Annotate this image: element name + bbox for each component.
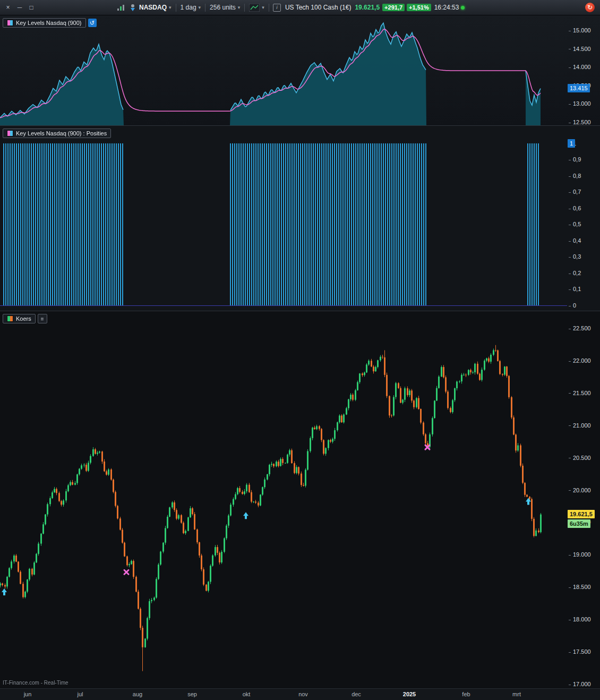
window-controls: × ─ □ [3, 4, 36, 11]
panel-koers: 22.50022.00021.50021.00020.50020.00019.5… [0, 311, 600, 688]
panel-key-levels: 15.00014.50014.00013.50013.00012.500 Key… [0, 15, 600, 126]
timeframe-label: 1 dag [181, 4, 196, 11]
x-axis-label: sep [187, 691, 197, 697]
koers-title: Koers [16, 315, 31, 322]
axis-tick-label: 0,5 [569, 221, 581, 227]
koers-y-axis: 22.50022.00021.50021.00020.50020.00019.5… [567, 311, 600, 688]
axis-tick-label: 21.500 [569, 390, 591, 396]
axis-tick-label: 22.500 [569, 325, 591, 331]
posities-chart[interactable] [0, 126, 567, 311]
axis-tick-label: 15.000 [569, 27, 591, 33]
toolbar-divider [244, 4, 245, 12]
axis-tick-label: 18.000 [569, 616, 591, 622]
main-toolbar: × ─ □ NASDAQ ▾ 1 dag ▾ 256 units ▾ [0, 0, 600, 15]
axis-tick-label: 13.000 [569, 100, 591, 107]
axis-tick-label: 21.000 [569, 422, 591, 429]
x-axis-label: feb [462, 691, 470, 697]
chevron-down-icon: ▾ [238, 5, 241, 10]
x-axis-label: jun [24, 691, 32, 697]
watermark: IT-Finance.com - Real-Time [3, 680, 68, 686]
axis-tick-label: 20.000 [569, 487, 591, 493]
key-levels-header-tab[interactable]: Key Levels Nasdaq (900) [3, 18, 86, 28]
axis-tick-label: 14.500 [569, 46, 591, 52]
toolbar-divider [269, 4, 269, 12]
chevron-down-icon: ▾ [262, 5, 264, 10]
candle-colors-icon [7, 315, 13, 322]
x-axis-label: dec [352, 691, 361, 697]
key-levels-last-value-badge: 13.415 [568, 84, 590, 92]
instrument-name: US Tech 100 Cash (1€) [285, 4, 352, 11]
posities-title: Key Levels Nasdaq (900) : Posities [16, 130, 107, 136]
posities-last-value-badge: 1 [568, 139, 575, 148]
axis-tick-label: 0,7 [569, 189, 581, 195]
units-label: 256 units [210, 4, 236, 11]
koers-candlestick-chart[interactable] [0, 311, 567, 688]
clock: 16:24:53 [434, 4, 459, 11]
instrument-link-icon[interactable] [129, 4, 136, 12]
indicator-colors-icon [7, 20, 13, 26]
key-levels-y-axis: 15.00014.50014.00013.50013.00012.500 [567, 15, 600, 125]
x-axis-label: jul [77, 691, 83, 697]
posities-header-tab[interactable]: Key Levels Nasdaq (900) : Posities [3, 129, 111, 138]
change-percent-badge: +1,51% [407, 4, 431, 11]
chevron-down-icon: ▾ [199, 5, 201, 10]
posities-y-axis: 10,90,80,70,60,50,40,30,20,10 [567, 126, 600, 311]
axis-tick-label: 20.500 [569, 455, 591, 461]
chart-style-selector[interactable]: ▾ [246, 3, 267, 13]
close-icon[interactable]: × [3, 4, 13, 11]
axis-tick-label: 0,3 [569, 253, 581, 260]
axis-tick-label: 12.500 [569, 119, 591, 125]
axis-tick-label: 19.000 [569, 551, 591, 558]
candle-countdown-badge: 6u35m [568, 519, 590, 528]
koers-header-tab[interactable]: Koers [3, 314, 36, 323]
axis-tick-label: 0,8 [569, 173, 581, 179]
axis-tick-label: 0,1 [569, 286, 581, 292]
last-price: 19.621,5 [355, 4, 380, 11]
units-selector[interactable]: 256 units ▾ [207, 3, 243, 12]
chevron-down-icon: ▾ [169, 5, 172, 10]
alert-refresh-icon[interactable]: ↻ [585, 3, 595, 12]
panel-posities: 10,90,80,70,60,50,40,30,20,10 Key Levels… [0, 126, 600, 311]
symbol-selector[interactable]: NASDAQ ▾ [136, 3, 174, 12]
connection-status-icon [461, 6, 465, 10]
koers-last-price-badge: 19.621,5 [568, 510, 595, 518]
x-axis-label: aug [133, 691, 142, 697]
symbol-label: NASDAQ [139, 4, 167, 11]
trading-platform-window: × ─ □ NASDAQ ▾ 1 dag ▾ 256 units ▾ [0, 0, 600, 700]
axis-tick-label: 0,6 [569, 205, 581, 211]
timeframe-selector[interactable]: 1 dag ▾ [178, 3, 204, 12]
undo-zoom-button[interactable]: ↺ [88, 19, 97, 27]
toolbar-icon-group [117, 4, 136, 12]
key-levels-chart[interactable] [0, 15, 567, 125]
axis-tick-label: 14.000 [569, 64, 591, 70]
toolbar-divider [176, 4, 176, 12]
axis-tick-label: 0,2 [569, 270, 581, 276]
axis-tick-label: 0,4 [569, 237, 581, 244]
axis-tick-label: 0,9 [569, 156, 581, 163]
toolbar-divider [205, 4, 205, 12]
x-axis-label: mrt [512, 691, 521, 697]
koers-menu-button[interactable]: ≡ [38, 314, 47, 323]
change-absolute-badge: +291,7 [382, 4, 405, 11]
axis-tick-label: 18.500 [569, 584, 591, 590]
axis-tick-label: 17.000 [569, 681, 591, 687]
info-icon[interactable]: i [273, 4, 281, 12]
maximize-icon[interactable]: □ [27, 4, 36, 11]
axis-tick-label: 17.500 [569, 648, 591, 655]
minimize-icon[interactable]: ─ [15, 4, 24, 11]
x-axis: junjulaugsepoktnovdec2025febmrt [0, 688, 600, 700]
line-chart-icon [249, 4, 260, 12]
x-axis-label: 2025 [403, 691, 416, 697]
indicator-bars-icon[interactable] [117, 4, 125, 11]
key-levels-title: Key Levels Nasdaq (900) [16, 20, 82, 26]
axis-tick-label: 22.000 [569, 357, 591, 364]
x-axis-label: nov [298, 691, 308, 697]
x-axis-label: okt [243, 691, 251, 697]
axis-tick-label: 0 [569, 302, 576, 309]
indicator-colors-icon [7, 130, 13, 136]
